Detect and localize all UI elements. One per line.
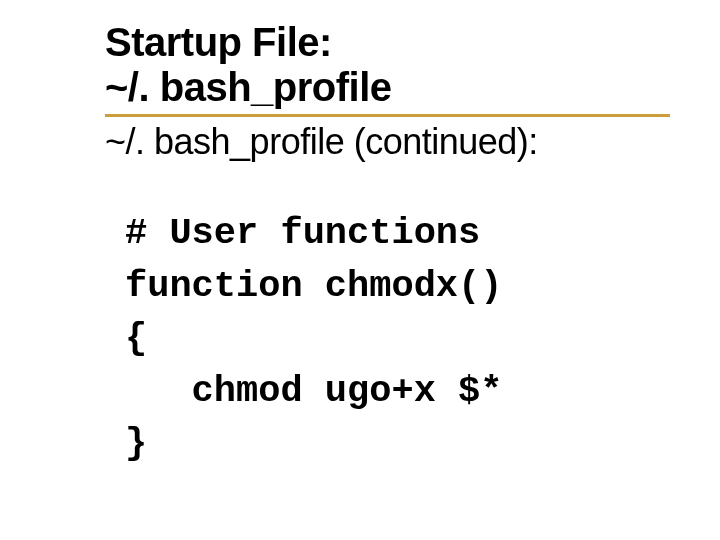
code-line-1: # User functions: [125, 212, 480, 254]
code-line-2: function chmodx(): [125, 265, 502, 307]
code-line-4: chmod ugo+x $*: [125, 370, 502, 412]
code-block: # User functions function chmodx() { chm…: [125, 207, 670, 470]
code-line-5: }: [125, 422, 147, 464]
title-line-1: Startup File:: [105, 20, 332, 64]
slide-subtitle: ~/. bash_profile (continued):: [105, 121, 670, 162]
code-line-3: {: [125, 317, 147, 359]
slide: Startup File: ~/. bash_profile ~/. bash_…: [0, 0, 720, 540]
title-line-2: ~/. bash_profile: [105, 65, 392, 109]
slide-title: Startup File: ~/. bash_profile: [105, 20, 670, 117]
